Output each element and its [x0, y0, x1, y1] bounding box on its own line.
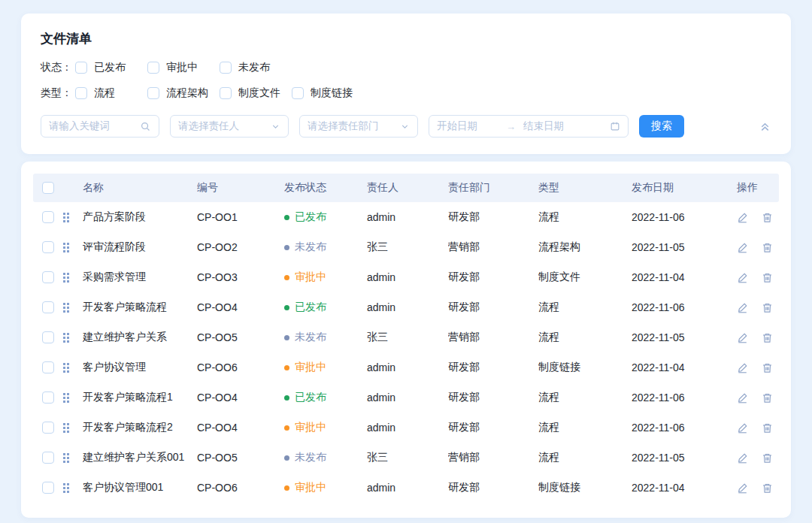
- row-owner: admin: [367, 422, 448, 434]
- status-dot-icon: [284, 335, 289, 340]
- row-checkbox[interactable]: [42, 422, 54, 434]
- row-checkbox[interactable]: [42, 452, 54, 464]
- row-code: CP-OO5: [197, 452, 284, 464]
- status-text: 未发布: [295, 331, 326, 344]
- delete-icon[interactable]: [762, 362, 773, 373]
- row-checkbox[interactable]: [42, 482, 54, 494]
- edit-icon[interactable]: [737, 302, 748, 313]
- table-row: 客户协议管理001 CP-OO6 审批中 admin 研发部 制度链接 2022…: [33, 473, 779, 503]
- delete-icon[interactable]: [762, 482, 773, 494]
- delete-icon[interactable]: [762, 332, 773, 343]
- drag-handle-icon[interactable]: [63, 303, 69, 313]
- type-option-process[interactable]: 流程: [75, 86, 147, 100]
- status-filter-label: 状态：: [41, 61, 75, 74]
- drag-handle-icon[interactable]: [63, 243, 69, 252]
- row-checkbox[interactable]: [42, 331, 54, 343]
- column-header-type: 类型: [538, 181, 632, 195]
- keyword-input[interactable]: 请输入关键词: [41, 115, 159, 138]
- type-option-policy-link[interactable]: 制度链接: [292, 86, 364, 100]
- checkbox-icon[interactable]: [75, 87, 87, 99]
- type-option-policy-file[interactable]: 制度文件: [220, 86, 292, 100]
- row-date: 2022-11-04: [632, 271, 731, 283]
- checkbox-icon[interactable]: [292, 87, 304, 99]
- row-type: 流程: [538, 421, 632, 434]
- delete-icon[interactable]: [762, 422, 773, 434]
- drag-handle-icon[interactable]: [63, 333, 69, 343]
- search-button[interactable]: 搜索: [639, 115, 684, 138]
- row-checkbox[interactable]: [42, 271, 54, 283]
- delete-icon[interactable]: [762, 212, 773, 223]
- select-all-checkbox[interactable]: [42, 182, 54, 194]
- drag-handle-icon[interactable]: [63, 423, 69, 433]
- row-checkbox[interactable]: [42, 241, 54, 253]
- status-filter-row: 状态： 已发布 审批中 未发布: [41, 61, 771, 74]
- status-option-published[interactable]: 已发布: [75, 61, 147, 74]
- delete-icon[interactable]: [762, 302, 773, 313]
- edit-icon[interactable]: [737, 332, 748, 343]
- row-name: 客户协议管理001: [83, 481, 197, 494]
- delete-icon[interactable]: [762, 392, 773, 404]
- edit-icon[interactable]: [737, 242, 748, 253]
- owner-select[interactable]: 请选择责任人: [170, 115, 289, 138]
- department-select[interactable]: 请选择责任部门: [299, 115, 418, 138]
- department-placeholder: 请选择责任部门: [308, 119, 400, 133]
- edit-icon[interactable]: [737, 422, 748, 434]
- delete-icon[interactable]: [762, 452, 773, 464]
- row-date: 2022-11-05: [632, 331, 731, 343]
- table-row: 建立维护客户关系001 CP-OO5 未发布 张三 营销部 流程 2022-11…: [33, 443, 779, 473]
- drag-handle-icon[interactable]: [63, 273, 69, 283]
- checkbox-icon[interactable]: [75, 62, 87, 74]
- row-date: 2022-11-06: [632, 391, 731, 404]
- row-date: 2022-11-06: [632, 301, 731, 313]
- checkbox-icon[interactable]: [147, 87, 159, 99]
- row-code: CP-OO4: [197, 391, 284, 404]
- drag-handle-icon[interactable]: [63, 213, 69, 222]
- row-owner: admin: [367, 391, 448, 404]
- drag-handle-icon[interactable]: [63, 393, 69, 403]
- row-owner: admin: [367, 271, 448, 283]
- delete-icon[interactable]: [762, 242, 773, 253]
- row-name: 开发客户策略流程2: [83, 421, 197, 434]
- status-text: 审批中: [295, 481, 326, 494]
- collapse-icon[interactable]: [759, 120, 771, 133]
- edit-icon[interactable]: [737, 482, 748, 494]
- row-name: 建立维护客户关系001: [83, 451, 197, 464]
- delete-icon[interactable]: [762, 272, 773, 283]
- row-checkbox[interactable]: [42, 211, 54, 223]
- row-code: CP-OO1: [197, 211, 284, 223]
- row-owner: admin: [367, 482, 448, 494]
- drag-handle-icon[interactable]: [63, 453, 69, 463]
- table-row: 评审流程阶段 CP-OO2 未发布 张三 营销部 流程架构 2022-11-05: [33, 232, 779, 262]
- row-type: 制度链接: [538, 361, 632, 374]
- status-option-unpublished[interactable]: 未发布: [220, 61, 292, 74]
- row-name: 客户协议管理: [83, 361, 197, 374]
- row-checkbox[interactable]: [42, 361, 54, 373]
- checkbox-icon[interactable]: [220, 87, 232, 99]
- row-status: 已发布: [284, 301, 367, 314]
- row-status: 审批中: [284, 271, 367, 284]
- type-option-architecture[interactable]: 流程架构: [147, 86, 220, 100]
- edit-icon[interactable]: [737, 272, 748, 283]
- row-status: 审批中: [284, 421, 367, 434]
- row-department: 研发部: [448, 421, 538, 434]
- row-checkbox[interactable]: [42, 391, 54, 404]
- date-range-picker[interactable]: 开始日期 → 结束日期: [429, 115, 629, 138]
- row-status: 审批中: [284, 361, 367, 374]
- edit-icon[interactable]: [737, 452, 748, 464]
- edit-icon[interactable]: [737, 392, 748, 404]
- end-date-placeholder: 结束日期: [523, 119, 610, 133]
- checkbox-icon[interactable]: [220, 62, 232, 74]
- row-status: 已发布: [284, 210, 367, 224]
- checkbox-icon[interactable]: [147, 62, 159, 74]
- row-type: 流程: [538, 210, 632, 224]
- row-checkbox[interactable]: [42, 301, 54, 313]
- status-text: 审批中: [295, 421, 326, 434]
- drag-handle-icon[interactable]: [63, 483, 69, 493]
- status-dot-icon: [284, 485, 289, 491]
- row-date: 2022-11-06: [632, 422, 731, 434]
- table-header: 名称 编号 发布状态 责任人 责任部门 类型 发布日期 操作: [33, 174, 779, 202]
- drag-handle-icon[interactable]: [63, 363, 69, 373]
- status-option-reviewing[interactable]: 审批中: [147, 61, 220, 74]
- edit-icon[interactable]: [737, 362, 748, 373]
- edit-icon[interactable]: [737, 212, 748, 223]
